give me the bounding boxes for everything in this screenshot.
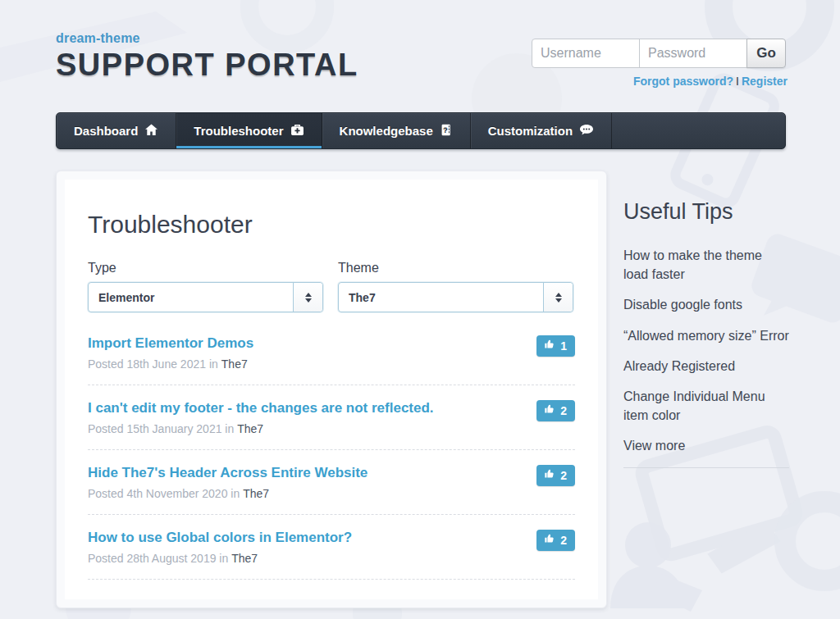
posted-date: Posted 18th June 2021 in bbox=[88, 357, 218, 371]
type-label: Type bbox=[88, 261, 323, 275]
register-link[interactable]: Register bbox=[742, 75, 788, 88]
tip-link-menu-color[interactable]: Change Individual Menu item color bbox=[623, 387, 789, 425]
login-links: Forgot password?IRegister bbox=[532, 75, 788, 88]
article-meta: Posted 15th January 2021 inThe7 bbox=[88, 422, 575, 435]
go-button[interactable]: Go bbox=[746, 39, 786, 68]
article-link[interactable]: Import Elementor Demos bbox=[88, 335, 253, 352]
vote-count: 2 bbox=[560, 469, 567, 482]
article-meta: Posted 4th November 2020 inThe7 bbox=[88, 487, 575, 500]
link-separator: I bbox=[733, 75, 742, 88]
tab-label: Troubleshooter bbox=[194, 124, 283, 138]
article-list: Import Elementor Demos Posted 18th June … bbox=[88, 335, 575, 580]
select-arrows-icon bbox=[293, 283, 322, 312]
tip-link-memory-size[interactable]: “Allowed memory size” Error bbox=[623, 326, 789, 345]
sidebar-divider bbox=[623, 467, 789, 468]
content-card: Troubleshooter Type Elementor Theme The7 bbox=[56, 171, 607, 608]
tab-troubleshooter[interactable]: Troubleshooter bbox=[176, 113, 322, 148]
article-category: The7 bbox=[243, 487, 269, 500]
article-category: The7 bbox=[237, 422, 263, 435]
home-icon bbox=[144, 123, 158, 139]
thumbs-up-icon bbox=[544, 339, 555, 353]
site-logo: dream-theme SUPPORT PORTAL bbox=[56, 31, 358, 83]
article-item: Import Elementor Demos Posted 18th June … bbox=[88, 335, 575, 385]
select-arrows-icon bbox=[543, 283, 573, 312]
tab-dashboard[interactable]: Dashboard bbox=[57, 113, 176, 148]
logo-subtitle: dream-theme bbox=[56, 31, 358, 46]
filter-row: Type Elementor Theme The7 bbox=[88, 261, 575, 312]
username-input[interactable] bbox=[532, 39, 640, 68]
theme-label: Theme bbox=[338, 261, 573, 275]
article-item: How to use Global colors in Elementor? P… bbox=[88, 530, 575, 580]
useful-tips-sidebar: Useful Tips How to make the theme load f… bbox=[623, 199, 789, 468]
forgot-password-link[interactable]: Forgot password? bbox=[633, 75, 733, 88]
password-input[interactable] bbox=[639, 39, 747, 68]
theme-select[interactable]: The7 bbox=[338, 282, 573, 312]
posted-date: Posted 15th January 2021 in bbox=[88, 422, 234, 435]
tip-link-already-registered[interactable]: Already Registered bbox=[623, 357, 789, 375]
thumbs-up-icon bbox=[544, 403, 555, 417]
vote-badge[interactable]: 2 bbox=[536, 465, 575, 486]
first-aid-icon bbox=[290, 123, 304, 139]
tip-link-view-more[interactable]: View more bbox=[623, 436, 789, 455]
thumbs-up-icon bbox=[544, 533, 555, 547]
logo-title: SUPPORT PORTAL bbox=[56, 48, 358, 83]
vote-badge[interactable]: 2 bbox=[536, 400, 575, 421]
vote-badge[interactable]: 2 bbox=[536, 530, 575, 551]
login-form: Go Forgot password?IRegister bbox=[532, 39, 788, 88]
article-meta: Posted 28th August 2019 inThe7 bbox=[88, 552, 575, 565]
tip-link-google-fonts[interactable]: Disable google fonts bbox=[623, 295, 789, 314]
tip-link-load-faster[interactable]: How to make the theme load faster bbox=[623, 246, 789, 284]
article-category: The7 bbox=[221, 357, 248, 371]
sidebar-title: Useful Tips bbox=[623, 199, 789, 225]
svg-text:?: ? bbox=[443, 125, 448, 134]
main-navigation: Dashboard Troubleshooter Knowledgebase bbox=[56, 112, 786, 149]
tab-label: Knowledgebase bbox=[340, 124, 433, 138]
article-link[interactable]: I can't edit my footer - the changes are… bbox=[88, 400, 434, 416]
posted-date: Posted 4th November 2020 in bbox=[88, 487, 240, 500]
article-link[interactable]: Hide The7's Header Across Entire Website bbox=[88, 465, 368, 481]
theme-select-value: The7 bbox=[339, 291, 543, 304]
page-title: Troubleshooter bbox=[88, 211, 575, 239]
book-question-icon: ? bbox=[440, 123, 453, 139]
vote-count: 1 bbox=[560, 339, 567, 353]
vote-count: 2 bbox=[560, 404, 567, 417]
posted-date: Posted 28th August 2019 in bbox=[88, 552, 228, 565]
vote-count: 2 bbox=[560, 534, 567, 547]
tab-label: Customization bbox=[488, 124, 573, 138]
article-category: The7 bbox=[231, 552, 258, 565]
vote-badge[interactable]: 1 bbox=[536, 335, 575, 357]
article-link[interactable]: How to use Global colors in Elementor? bbox=[88, 530, 352, 546]
article-item: I can't edit my footer - the changes are… bbox=[88, 400, 575, 450]
chat-icon bbox=[579, 123, 594, 139]
thumbs-up-icon bbox=[544, 468, 555, 482]
article-item: Hide The7's Header Across Entire Website… bbox=[88, 465, 575, 515]
type-select-value: Elementor bbox=[89, 291, 293, 304]
tab-customization[interactable]: Customization bbox=[471, 113, 612, 148]
article-meta: Posted 18th June 2021 inThe7 bbox=[88, 357, 575, 371]
type-select[interactable]: Elementor bbox=[88, 282, 323, 312]
tab-label: Dashboard bbox=[74, 124, 138, 138]
tab-knowledgebase[interactable]: Knowledgebase ? bbox=[322, 113, 471, 148]
